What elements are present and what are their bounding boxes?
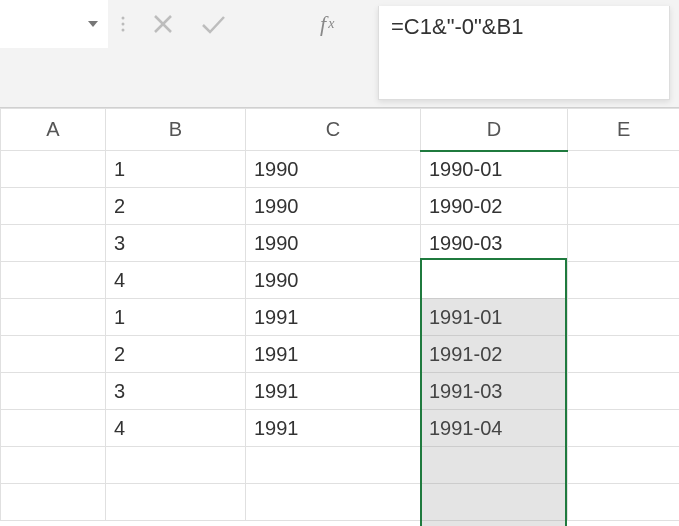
column-header-d[interactable]: D [421, 109, 568, 151]
table-row[interactable]: 319901990-03 [1, 225, 680, 262]
cell-value: 1991-02 [429, 343, 502, 365]
cell-e[interactable] [568, 447, 680, 484]
cell-b[interactable] [106, 484, 246, 521]
cell-d[interactable]: 1990-03 [421, 225, 568, 262]
cell-a[interactable] [1, 447, 106, 484]
cell-a[interactable] [1, 373, 106, 410]
cell-a[interactable] [1, 262, 106, 299]
table-row[interactable]: 319911991-03 [1, 373, 680, 410]
table-row[interactable]: 219911991-02 [1, 336, 680, 373]
insert-function-button[interactable]: fx [320, 0, 334, 48]
cell-c[interactable]: 1990 [246, 151, 421, 188]
cell-d[interactable]: 1991-02 [421, 336, 568, 373]
cell-c[interactable]: 1991 [246, 336, 421, 373]
cell-c[interactable]: 1990 [246, 262, 421, 299]
cell-c[interactable] [246, 447, 421, 484]
cell-c[interactable]: 1991 [246, 299, 421, 336]
cell-value: 1990 [254, 232, 299, 254]
cell-a[interactable] [1, 225, 106, 262]
cell-d[interactable]: 1990-01 [421, 151, 568, 188]
cell-b[interactable]: 1 [106, 299, 246, 336]
x-icon [152, 13, 174, 35]
cell-e[interactable] [568, 336, 680, 373]
cell-value: 1991 [254, 380, 299, 402]
table-row[interactable]: 119911991-01 [1, 299, 680, 336]
cell-value: 1991-01 [429, 306, 502, 328]
cell-value: 2 [114, 343, 125, 365]
svg-point-2 [122, 29, 125, 32]
cell-d[interactable]: 1991-04 [421, 410, 568, 447]
column-header-c[interactable]: C [246, 109, 421, 151]
cell-value: 1990 [254, 195, 299, 217]
column-header-a[interactable]: A [1, 109, 106, 151]
spreadsheet-grid[interactable]: A B C D E 119901990-01219901990-02319901… [0, 108, 679, 521]
table-row[interactable] [1, 447, 680, 484]
cell-value: 1 [114, 158, 125, 180]
table-row[interactable]: 219901990-02 [1, 188, 680, 225]
cell-a[interactable] [1, 188, 106, 225]
cell-d[interactable]: 1990-02 [421, 188, 568, 225]
worksheet[interactable]: A B C D E 119901990-01219901990-02319901… [0, 108, 679, 521]
formula-toolbar [108, 0, 238, 48]
check-icon [200, 13, 226, 35]
name-box[interactable] [0, 0, 108, 48]
cell-c[interactable]: 1990 [246, 188, 421, 225]
table-row[interactable]: 419901990-04 [1, 262, 680, 299]
cell-e[interactable] [568, 484, 680, 521]
cell-value: 1991-04 [429, 417, 502, 439]
cell-e[interactable] [568, 299, 680, 336]
column-header-b[interactable]: B [106, 109, 246, 151]
cell-b[interactable] [106, 447, 246, 484]
cell-value: 1991 [254, 417, 299, 439]
cell-b[interactable]: 3 [106, 373, 246, 410]
cancel-button[interactable] [138, 0, 188, 48]
cell-b[interactable]: 2 [106, 336, 246, 373]
chevron-down-icon[interactable] [88, 21, 98, 27]
cell-a[interactable] [1, 151, 106, 188]
table-row[interactable]: 119901990-01 [1, 151, 680, 188]
cell-e[interactable] [568, 188, 680, 225]
formula-text: =C1&"-0"&B1 [391, 14, 523, 39]
cell-e[interactable] [568, 410, 680, 447]
cell-b[interactable]: 4 [106, 410, 246, 447]
table-row[interactable]: 419911991-04 [1, 410, 680, 447]
table-row[interactable] [1, 484, 680, 521]
cell-a[interactable] [1, 410, 106, 447]
enter-button[interactable] [188, 0, 238, 48]
cell-b[interactable]: 1 [106, 151, 246, 188]
cell-value: 4 [114, 417, 125, 439]
formula-input[interactable]: =C1&"-0"&B1 [378, 6, 670, 100]
toolbar-separator [108, 0, 138, 48]
cell-a[interactable] [1, 299, 106, 336]
cell-b[interactable]: 4 [106, 262, 246, 299]
cell-e[interactable] [568, 151, 680, 188]
cell-c[interactable]: 1991 [246, 410, 421, 447]
cell-b[interactable]: 3 [106, 225, 246, 262]
cell-value: 2 [114, 195, 125, 217]
column-header-e[interactable]: E [568, 109, 680, 151]
cell-c[interactable]: 1990 [246, 225, 421, 262]
cell-d[interactable]: 1991-03 [421, 373, 568, 410]
cell-value: 1991 [254, 343, 299, 365]
cell-e[interactable] [568, 373, 680, 410]
cell-d[interactable]: 1990-04 [421, 262, 568, 299]
fx-f: f [320, 11, 326, 37]
cell-a[interactable] [1, 336, 106, 373]
cell-value: 1990-02 [429, 195, 502, 217]
cell-c[interactable]: 1991 [246, 373, 421, 410]
cell-d[interactable] [421, 447, 568, 484]
cell-d[interactable]: 1991-01 [421, 299, 568, 336]
svg-point-0 [122, 17, 125, 20]
svg-point-1 [122, 23, 125, 26]
cell-value: 1991-03 [429, 380, 502, 402]
cell-c[interactable] [246, 484, 421, 521]
cell-value: 1990-04 [429, 269, 502, 291]
cell-value: 1991 [254, 306, 299, 328]
cell-e[interactable] [568, 225, 680, 262]
cell-b[interactable]: 2 [106, 188, 246, 225]
cell-value: 3 [114, 232, 125, 254]
cell-a[interactable] [1, 484, 106, 521]
cell-value: 1990 [254, 269, 299, 291]
cell-e[interactable] [568, 262, 680, 299]
cell-d[interactable] [421, 484, 568, 521]
